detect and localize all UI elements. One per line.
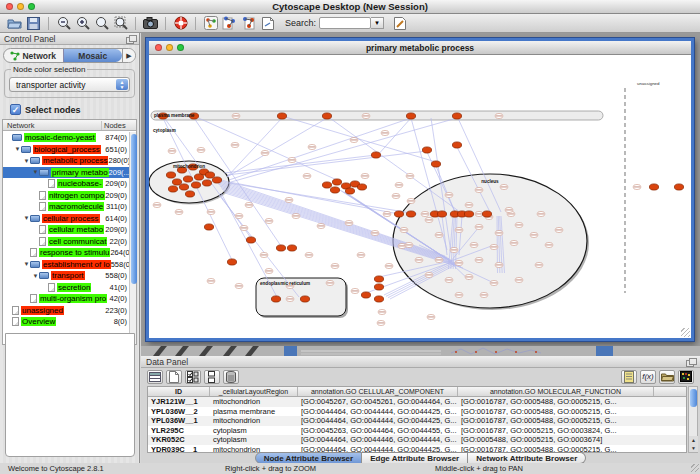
minimize-button[interactable] [17, 3, 24, 10]
svg-text:plasma membrane: plasma membrane [154, 113, 195, 118]
delete-attribute-button[interactable] [223, 370, 239, 384]
tree-column-nodes[interactable]: Nodes [102, 121, 136, 130]
tree-row[interactable]: multi-organism pro42(0) [3, 293, 129, 305]
folder-icon [39, 169, 49, 176]
disclosure-triangle-icon[interactable]: ▼ [23, 158, 30, 164]
tree-row[interactable]: ▼metabolic process280(0) [3, 155, 129, 167]
attribute-checklist-button[interactable] [185, 370, 201, 384]
app-titlebar[interactable]: Cytoscape Desktop (New Session) [0, 0, 700, 14]
window-resize-grip[interactable] [681, 328, 690, 337]
tab-mosaic[interactable]: Mosaic [63, 49, 123, 62]
network-view-window[interactable]: primary metabolic process plasma membran… [146, 38, 694, 341]
snapshot-button[interactable] [141, 15, 160, 32]
tree-row[interactable]: nitrogen compo209(0) [3, 190, 129, 202]
grid-icon [149, 372, 161, 382]
table-column-header[interactable]: ID [148, 387, 210, 396]
network-label: macromolecule [48, 202, 104, 211]
maximize-icon[interactable] [177, 44, 184, 51]
tree-row[interactable]: ▼primary metabo209(... [3, 167, 129, 179]
new-window-button[interactable] [258, 15, 277, 32]
table-row[interactable]: YLR295Ccytoplasm[GO:0045263, GO:0044464,… [148, 426, 686, 436]
zoom-out-button[interactable] [54, 15, 73, 32]
table-row[interactable]: YKR052Ccytoplasm[GO:0044464, GO:0044446,… [148, 435, 686, 445]
table-row[interactable]: YPL036W__1mitochondrion[GO:0044464, GO:0… [148, 416, 686, 426]
attribute-notes-button[interactable] [621, 370, 637, 384]
birdseye-view[interactable] [5, 333, 135, 457]
network-canvas[interactable]: plasma membranecytoplasmmitochondrionnuc… [149, 55, 691, 338]
tree-scrollbar-thumb[interactable] [131, 134, 137, 284]
table-row[interactable]: YJR121W__1mitochondrion[GO:0045267, GO:0… [148, 397, 686, 407]
table-column-header[interactable]: _cellularLayoutRegion [210, 387, 298, 396]
float-panel-icon[interactable] [126, 35, 135, 43]
disclosure-triangle-icon[interactable]: ▼ [32, 273, 39, 279]
tree-row[interactable]: ▼transport558(0) [3, 270, 129, 282]
table-column-header[interactable]: annotation.GO MOLECULAR_FUNCTION [458, 387, 654, 396]
search-label: Search: [285, 18, 316, 28]
network-label: establishment of lo [42, 260, 111, 269]
folder-icon [661, 372, 674, 382]
tree-row[interactable]: response to stimulu264(0) [3, 247, 129, 259]
tree-row[interactable]: ▼biological_process651(0) [3, 144, 129, 156]
node-color-dropdown[interactable]: transporter activity ▲▼ [9, 77, 130, 92]
minimize-icon[interactable] [166, 44, 173, 51]
annotation-button[interactable] [390, 15, 409, 32]
vizmapper-button[interactable] [201, 15, 220, 32]
disclosure-triangle-icon[interactable]: ▼ [23, 215, 30, 221]
tree-row[interactable]: cellular metabo209(0) [3, 224, 129, 236]
tab-overflow-button[interactable]: ▶ [122, 49, 135, 62]
zoom-fit-button[interactable] [111, 15, 130, 32]
disclosure-triangle-icon[interactable]: ▼ [23, 261, 30, 267]
tree-column-network[interactable]: Network [3, 121, 102, 130]
disclosure-triangle-icon[interactable]: ▼ [14, 146, 21, 152]
node-count: 280(0) [108, 156, 129, 165]
tree-row[interactable]: secretion41(0) [3, 282, 129, 294]
zoom-in-button[interactable] [73, 15, 92, 32]
disclosure-triangle-icon[interactable]: ▼ [32, 169, 39, 175]
function-builder-button[interactable]: f(x) [640, 370, 656, 384]
table-cell: mitochondrion [210, 397, 298, 406]
network-file-icon [12, 306, 19, 315]
network-window-titlebar[interactable]: primary metabolic process [149, 41, 691, 55]
tree-row[interactable]: Overview8(0) [3, 316, 129, 328]
background-window-fragment[interactable] [141, 346, 700, 356]
zoom-selected-button[interactable] [92, 15, 111, 32]
table-scrollbar[interactable]: ▲▼ [688, 386, 698, 453]
app-window: Cytoscape Desktop (New Session) Search: … [0, 0, 700, 474]
select-attributes-button[interactable] [147, 370, 163, 384]
table-scrollbar-thumb[interactable] [690, 389, 697, 407]
network-label: secretion [57, 283, 91, 292]
tree-row[interactable]: cell communicat22(0) [3, 236, 129, 248]
search-input[interactable] [319, 17, 371, 29]
tab-network[interactable]: Network [4, 49, 63, 62]
close-button[interactable] [6, 3, 13, 10]
float-panel-icon[interactable] [686, 358, 695, 366]
tree-row[interactable]: mosaic-demo-yeast874(0) [3, 132, 129, 144]
tree-scrollbar[interactable] [129, 132, 136, 344]
open-session-button[interactable] [5, 15, 24, 32]
tree-row[interactable]: ▼establishment of lo558(0) [3, 259, 129, 271]
app-title: Cytoscape Desktop (New Session) [0, 1, 700, 12]
app-resize-grip[interactable] [691, 464, 699, 472]
import-attributes-button[interactable] [659, 370, 675, 384]
table-column-header[interactable]: annotation.GO CELLULAR_COMPONENT [298, 387, 458, 396]
tree-row[interactable]: macromolecule311(0) [3, 201, 129, 213]
matrix-view-button[interactable] [678, 370, 694, 384]
new-attribute-button[interactable] [166, 370, 182, 384]
plugin-b-button[interactable] [239, 15, 258, 32]
node-count: 311(0) [106, 202, 129, 211]
select-nodes-checkbox[interactable]: ✓ [10, 104, 21, 115]
status-zoom-hint: Right-click + drag to ZOOM [225, 464, 316, 473]
attribute-boxes-button[interactable] [204, 370, 220, 384]
save-session-button[interactable] [24, 15, 43, 32]
network-file-icon [39, 225, 46, 234]
table-scroll-arrows[interactable]: ▲▼ [689, 436, 698, 452]
tree-row[interactable]: nucleobase-209(0) [3, 178, 129, 190]
tree-row[interactable]: unassigned223(0) [3, 305, 129, 317]
close-icon[interactable] [155, 44, 162, 51]
plugin-a-button[interactable] [220, 15, 239, 32]
tree-row[interactable]: ▼cellular process614(0) [3, 213, 129, 225]
help-button[interactable] [171, 15, 190, 32]
search-dropdown-button[interactable]: ▾ [371, 17, 384, 29]
zoom-button[interactable] [28, 3, 35, 10]
table-row[interactable]: YPL036W__2plasma membrane[GO:0044464, GO… [148, 407, 686, 417]
